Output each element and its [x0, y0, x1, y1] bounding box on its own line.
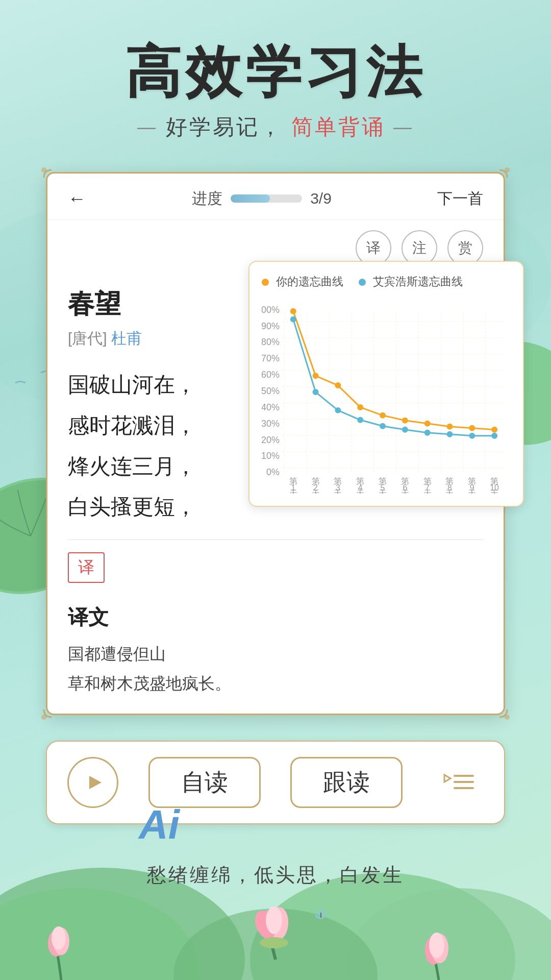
svg-marker-102	[89, 776, 102, 789]
card-corner-br	[489, 699, 510, 720]
svg-text:50%: 50%	[262, 386, 280, 396]
poem-author-name: 杜甫	[111, 330, 142, 347]
svg-point-93	[313, 389, 319, 395]
svg-point-98	[424, 430, 431, 436]
subtitle-dash-left: —	[137, 116, 158, 138]
svg-text:40%: 40%	[262, 402, 280, 412]
svg-text:20%: 20%	[262, 435, 280, 445]
svg-point-85	[357, 404, 363, 410]
poem-card: ← 进度 3/9 下一首 译 注 赏 你的遗忘曲线 艾宾浩斯遗忘	[46, 172, 505, 715]
chart-legend: 你的遗忘曲线 艾宾浩斯遗忘曲线	[262, 274, 511, 289]
svg-text:天: 天	[468, 489, 476, 494]
svg-point-34	[429, 933, 444, 958]
progress-bar	[231, 194, 302, 203]
title-section: 高效学习法 — 好学易记， 简单背诵 —	[0, 0, 551, 141]
card-header: ← 进度 3/9 下一首	[47, 174, 504, 220]
card-corner-bl	[41, 699, 62, 720]
play-button[interactable]	[67, 757, 118, 808]
progress-label: 进度	[192, 188, 222, 209]
playlist-button[interactable]	[433, 762, 484, 803]
legend-ebbinghaus-curve: 艾宾浩斯遗忘曲线	[359, 274, 463, 289]
svg-text:10%: 10%	[262, 451, 280, 461]
svg-point-90	[469, 425, 475, 431]
translation-text: 国都遭侵但山 草和树木茂盛地疯长。	[68, 640, 483, 698]
svg-point-31	[52, 926, 66, 950]
svg-marker-103	[444, 775, 450, 782]
svg-point-38	[41, 715, 46, 720]
card-corner-tr	[489, 167, 510, 188]
svg-point-87	[402, 418, 408, 424]
svg-text:60%: 60%	[262, 370, 280, 380]
progress-bar-fill	[231, 194, 270, 203]
svg-text:70%: 70%	[262, 353, 280, 363]
playlist-icon	[440, 767, 476, 798]
next-button[interactable]: 下一首	[437, 188, 483, 209]
chart-area: 100% 90% 80% 70% 60% 50% 40% 30% 20% 10%…	[262, 300, 511, 494]
svg-point-101	[491, 433, 497, 439]
svg-text:天: 天	[401, 489, 409, 494]
legend-user-curve: 你的遗忘曲线	[262, 274, 343, 289]
svg-text:天: 天	[312, 489, 320, 494]
subtitle-dash-right: —	[393, 116, 414, 138]
svg-point-83	[313, 373, 319, 379]
svg-text:80%: 80%	[262, 337, 280, 347]
play-icon	[80, 770, 106, 795]
svg-point-99	[447, 431, 453, 437]
progress-value: 3/9	[310, 190, 332, 207]
svg-point-91	[491, 427, 497, 433]
svg-text:天: 天	[379, 489, 387, 494]
svg-point-37	[505, 167, 510, 173]
svg-text:天: 天	[445, 489, 454, 494]
subtitle-highlight: 简单背诵	[291, 113, 385, 141]
back-button[interactable]: ←	[68, 188, 86, 209]
svg-text:0%: 0%	[266, 467, 280, 477]
translation-line-2: 草和树木茂盛地疯长。	[68, 674, 231, 693]
ai-badge: Ai	[139, 801, 180, 848]
svg-text:90%: 90%	[262, 321, 280, 331]
svg-point-86	[380, 412, 386, 419]
svg-point-92	[290, 316, 296, 323]
svg-point-95	[357, 417, 363, 423]
svg-text:天: 天	[490, 489, 498, 494]
subtitle-plain: 好学易记，	[166, 113, 283, 141]
svg-point-82	[290, 308, 296, 314]
svg-point-88	[424, 421, 431, 427]
svg-point-89	[447, 424, 453, 430]
forgetting-curve-chart: 你的遗忘曲线 艾宾浩斯遗忘曲线	[248, 261, 524, 507]
bottom-controls: 自读 跟读	[46, 741, 505, 824]
svg-point-94	[335, 407, 341, 413]
translation-line-1: 国都遭侵但山	[68, 645, 166, 663]
svg-point-27	[266, 906, 282, 934]
svg-point-36	[41, 167, 46, 173]
svg-point-96	[380, 423, 386, 429]
card-corner-tl	[41, 167, 62, 188]
translation-tag: 译	[68, 552, 105, 583]
translation-title: 译文	[68, 603, 483, 631]
chart-svg: 100% 90% 80% 70% 60% 50% 40% 30% 20% 10%…	[262, 300, 511, 494]
svg-text:天: 天	[334, 489, 342, 494]
user-curve-dot	[262, 279, 269, 286]
page-title: 高效学习法	[0, 41, 551, 103]
svg-point-100	[469, 433, 475, 439]
svg-text:天: 天	[356, 489, 364, 494]
svg-point-39	[505, 715, 510, 720]
bottom-teaser-text: 愁绪缠绵，低头思，白发生	[0, 862, 551, 888]
ebbinghaus-curve-dot	[359, 279, 366, 286]
svg-text:100%: 100%	[262, 305, 280, 315]
self-read-button[interactable]: 自读	[148, 757, 261, 808]
poem-divider	[68, 540, 483, 540]
subtitle: — 好学易记， 简单背诵 —	[0, 113, 551, 141]
svg-point-84	[335, 382, 341, 388]
svg-text:30%: 30%	[262, 419, 280, 429]
svg-point-28	[260, 937, 288, 948]
svg-text:天: 天	[289, 489, 297, 494]
follow-read-button[interactable]: 跟读	[290, 757, 403, 808]
poem-content: 你的遗忘曲线 艾宾浩斯遗忘曲线	[47, 271, 504, 714]
svg-point-97	[402, 427, 408, 433]
progress-area: 进度 3/9	[192, 188, 332, 209]
poem-dynasty: [唐代]	[68, 330, 107, 347]
svg-text:天: 天	[423, 489, 432, 494]
